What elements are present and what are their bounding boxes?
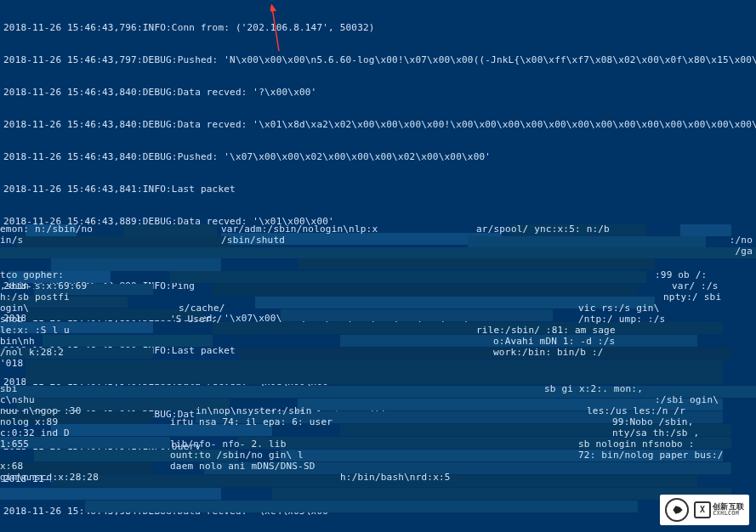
fragment: bin\nh (0, 337, 35, 348)
fragment: :99 ob /: (655, 270, 707, 281)
fragment: le:x: :S l u (0, 325, 70, 337)
watermark-logos: X 创新互联 CXHLCOM (660, 495, 749, 525)
fragment: var/ :/s (672, 281, 719, 292)
fragment: sb nologin nfsnobo : (578, 439, 694, 450)
fragment: ount:to /sbin/no gin\ l (170, 450, 304, 461)
fragment: h:/sb postfi (0, 292, 70, 303)
fragment: s/cache/ (179, 303, 225, 314)
fragment: ogin\ (0, 303, 29, 314)
fragment: x:68 (0, 461, 23, 473)
log-line: 2018-11-26 15:46:43,840:DEBUG:Data recve… (3, 88, 753, 99)
fragment: emon: n:/sbin/no (0, 224, 93, 235)
brand-sub: CXHLCOM (713, 511, 744, 517)
fragment: work:/bin: bin/b :/ (493, 348, 604, 359)
fragment: nty/sa th:/sb , (612, 428, 699, 439)
fragment: in/s (0, 235, 23, 246)
fragment: sbi (0, 384, 17, 395)
fragment: c:0:32 ind D (0, 428, 70, 439)
fragment: :/no (730, 235, 753, 246)
fragment: var/adm:/sbin/nologin\nlp:x (221, 224, 378, 235)
fragment: lib/nfo- nfo- 2. lib (170, 439, 286, 450)
fragment: 99:Nobo /sbin, (612, 417, 694, 428)
fragment: o:Avahi mDN 1: -d :/s (493, 337, 615, 348)
fragment: snob (0, 314, 23, 325)
fragment: sb gi x:2:. mon:, (544, 384, 643, 395)
bird-logo-icon (665, 498, 689, 522)
cx-logo-icon: X (694, 501, 711, 518)
fragment: 72: bin/nolog paper bus:/ (578, 450, 724, 461)
fragment: /nol k:28:2 (0, 348, 64, 359)
fragment: /ga (736, 246, 753, 258)
fragment: rile:/sbin/ :81: am sage (476, 325, 616, 337)
fragment: in\nop\nsyster:/sbin (196, 406, 311, 417)
fragment: daem nolo ani mDNS/DNS-SD (170, 461, 315, 473)
fragment: /ntp:/ ump: :/s (578, 314, 665, 325)
fragment: c\nshu (0, 395, 35, 406)
fragment: /sbin/shutd (221, 235, 285, 246)
fragment: '018 (0, 359, 23, 370)
cx-logo: X 创新互联 CXHLCOM (694, 501, 744, 518)
log-line: 2018-11-26 15:46:43,840:DEBUG:Data recve… (3, 120, 753, 131)
log-line: 2018-11-26 15:46:43,797:DEBUG:Pushed: 'N… (3, 55, 753, 66)
fragment: 'S User:/ (170, 314, 222, 325)
fragment: nolog x:89 (0, 417, 58, 428)
fragment: ar/spool/ ync:x:5: n:/b (476, 224, 610, 235)
fragment: npty:/ sbi (663, 292, 721, 303)
fragment: les:/us les:/n /r (587, 406, 685, 417)
obscured-mosaic-region: emon: n:/sbin/no var/adm:/sbin/nologin\n… (0, 224, 756, 513)
fragment: gin\nnscd:x:28:28 (0, 473, 99, 484)
fragment: nuu n\ngop :30 (0, 406, 82, 417)
fragment: irtu nsa 74: il epa: 6: user (170, 417, 333, 428)
fragment: ,sbin s:x:69:69 (0, 281, 87, 292)
fragment: :/sbi ogin\ (655, 395, 719, 406)
log-line: 2018-11-26 15:46:43,841:INFO:Last packet (3, 184, 753, 195)
fragment: tco gopher: (0, 270, 64, 281)
fragment: vic rs:/s gin\ (578, 303, 660, 314)
log-line: 2018-11-26 15:46:43,840:DEBUG:Pushed: '\… (3, 152, 753, 163)
fragment: h:/bin/bash\nrd:x:5 (340, 473, 451, 484)
log-line: 2018-11-26 15:46:43,796:INFO:Conn from: … (3, 23, 753, 34)
fragment: 1:655 (0, 439, 29, 450)
